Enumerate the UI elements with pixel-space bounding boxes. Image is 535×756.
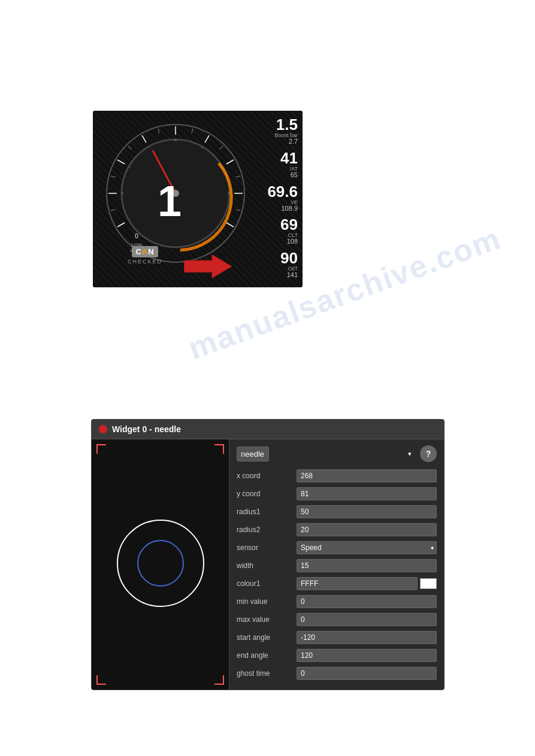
prop-label-5: width <box>237 561 297 570</box>
svg-line-11 <box>111 176 116 177</box>
prop-row-y-coord: y coord <box>237 486 437 502</box>
prop-row-sensor: sensorSpeed <box>237 540 437 555</box>
prop-row-width: width <box>237 558 437 573</box>
prop-input-max-value[interactable] <box>297 613 437 626</box>
brand-checked-label: CHECKED <box>128 259 162 265</box>
prop-label-9: start angle <box>237 633 297 642</box>
annotation-arrow <box>184 251 232 281</box>
prop-input-ghost-time[interactable] <box>297 667 437 680</box>
corner-br <box>214 675 224 685</box>
rpm-value: 1 <box>140 177 200 226</box>
prop-label-8: max value <box>237 615 297 624</box>
prop-input-x-coord[interactable] <box>297 469 437 482</box>
data-panel: 1.5 Boost bar 2.7 41 IAT 65 69.6 VE 108.… <box>241 117 298 278</box>
svg-line-4 <box>142 135 146 142</box>
prop-label-6: colour1 <box>237 579 297 588</box>
widget-title: Widget 0 - needle <box>112 424 181 434</box>
colour-swatch-6 <box>420 578 437 589</box>
prop-label-10: end angle <box>237 651 297 660</box>
prop-input-y-coord[interactable] <box>297 487 437 500</box>
properties-panel: needle ? x coordy coordradius1radius2sen… <box>229 439 444 690</box>
svg-text:0: 0 <box>135 233 138 239</box>
svg-line-12 <box>128 146 132 150</box>
widget-type-select-wrapper: needle <box>237 447 415 462</box>
prop-row-x-coord: x coord <box>237 468 437 484</box>
corner-bl <box>96 675 106 685</box>
svg-point-36 <box>138 541 183 586</box>
oilt-main-value: 90 <box>280 250 298 266</box>
svg-point-35 <box>117 520 204 606</box>
colour-input-6[interactable] <box>297 577 418 590</box>
widget-body: needle ? x coordy coordradius1radius2sen… <box>92 439 444 690</box>
iat-main-value: 41 <box>280 150 298 166</box>
clt-main-value: 69 <box>280 217 298 232</box>
corner-tl <box>96 444 106 454</box>
prop-row-radius1: radius1 <box>237 504 437 520</box>
brand-can-label: CAN <box>132 246 158 257</box>
prop-row-max-value: max value <box>237 612 437 627</box>
svg-marker-33 <box>184 254 232 278</box>
prop-row-colour1: colour1 <box>237 576 437 591</box>
ve-sub-value: 108.9 <box>281 205 298 212</box>
sensor-select-wrapper: Speed <box>297 541 437 554</box>
colour-row-wrapper <box>297 577 437 590</box>
boost-sub-value: 2.7 <box>289 138 298 145</box>
boost-main-value: 1.5 <box>276 117 298 132</box>
prop-input-radius2[interactable] <box>297 523 437 536</box>
svg-line-17 <box>235 210 240 211</box>
prop-input-width[interactable] <box>297 559 437 572</box>
prop-label-1: y coord <box>237 490 297 498</box>
prop-input-start-angle[interactable] <box>297 631 437 644</box>
prop-row-min-value: min value <box>237 594 437 609</box>
sensor-select[interactable]: Speed <box>297 541 437 554</box>
prop-label-3: radius2 <box>237 526 297 534</box>
prop-row-end-angle: end angle <box>237 648 437 663</box>
clt-row: 69 CLT 108 <box>241 217 298 245</box>
svg-line-3 <box>117 160 125 164</box>
prop-label-4: sensor <box>237 544 297 552</box>
prop-label-0: x coord <box>237 472 297 480</box>
iat-row: 41 IAT 65 <box>241 150 298 178</box>
widget-editor-panel: Widget 0 - needle <box>91 419 445 690</box>
canvas-preview <box>92 439 229 690</box>
prop-row-ghost-time: ghost time <box>237 666 437 681</box>
svg-line-9 <box>226 223 234 227</box>
boost-row: 1.5 Boost bar 2.7 <box>241 117 298 145</box>
canvas-circles-container <box>113 515 208 614</box>
svg-line-14 <box>192 129 193 133</box>
svg-line-15 <box>220 146 223 150</box>
svg-line-1 <box>117 223 125 227</box>
prop-input-end-angle[interactable] <box>297 649 437 662</box>
ve-row: 69.6 VE 108.9 <box>241 184 298 212</box>
corner-tr <box>214 444 224 454</box>
clt-sub-value: 108 <box>287 238 298 245</box>
prop-row-start-angle: start angle <box>237 630 437 645</box>
widget-type-row: needle ? <box>237 445 437 462</box>
widget-type-select[interactable]: needle <box>237 447 269 462</box>
ve-main-value: 69.6 <box>267 184 298 199</box>
widget-close-dot[interactable] <box>99 425 107 433</box>
brand-area: CAN CHECKED <box>128 246 162 265</box>
prop-row-radius2: radius2 <box>237 522 437 538</box>
widget-header: Widget 0 - needle <box>92 420 444 439</box>
svg-line-10 <box>111 210 116 211</box>
svg-line-7 <box>226 160 234 164</box>
svg-line-16 <box>235 176 240 177</box>
gauge-panel: 1 2 3 4 5 6 7 8 0 1/min x1000 1 <box>93 111 303 287</box>
prop-label-2: radius1 <box>237 508 297 516</box>
properties-rows: x coordy coordradius1radius2sensorSpeedw… <box>237 468 437 681</box>
prop-label-11: ghost time <box>237 669 297 678</box>
prop-input-radius1[interactable] <box>297 505 437 518</box>
ve-label: VE <box>291 199 298 205</box>
iat-sub-value: 65 <box>291 172 298 178</box>
oilt-row: 90 OilT 141 <box>241 250 298 278</box>
oilt-sub-value: 141 <box>287 272 298 278</box>
svg-line-6 <box>205 135 209 142</box>
help-button[interactable]: ? <box>420 445 437 462</box>
svg-line-13 <box>158 129 159 133</box>
prop-label-7: min value <box>237 597 297 606</box>
prop-input-min-value[interactable] <box>297 595 437 608</box>
